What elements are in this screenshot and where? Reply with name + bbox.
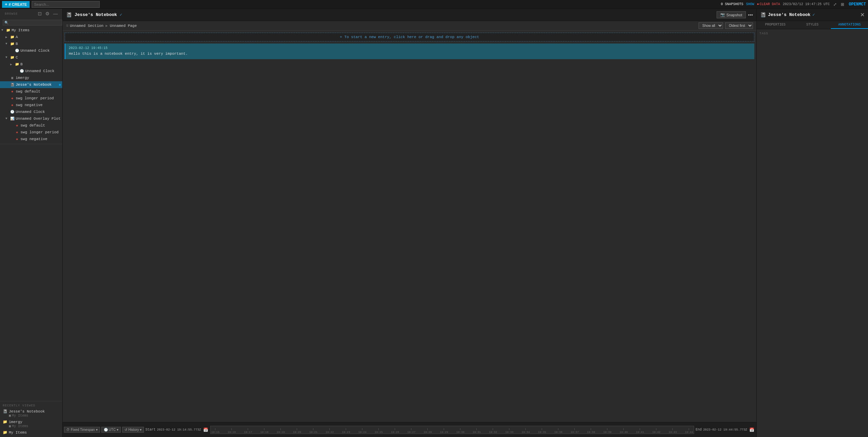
utc-btn[interactable]: 🕐 UTC ▾ <box>101 427 121 433</box>
tree-label: Jesse's Notebook <box>16 83 52 87</box>
tree-item-swg-default-1[interactable]: ◈ swg default <box>0 88 62 95</box>
rv-sub-label: My Items <box>12 424 28 428</box>
rp-tab-content: TAGS <box>757 29 868 437</box>
tick-1922: 19:22 <box>326 428 334 434</box>
toggle-icon: ▼ <box>5 56 9 59</box>
tick-1920: 19:20 <box>293 428 301 434</box>
tick-1940: 19:40 <box>620 428 628 434</box>
end-calendar-btn[interactable]: 📅 <box>749 427 755 433</box>
tick-1918: 19:18 <box>260 428 268 434</box>
rv-sub-label: My Items <box>12 414 28 418</box>
breadcrumb-page: Unnamed Page <box>110 24 137 28</box>
dropdown-icon: ▾ <box>140 428 142 432</box>
circle-icon: ● <box>757 2 759 6</box>
tree-item-b-sub[interactable]: ▶ 📁 B <box>0 61 62 68</box>
toggle-icon: ▼ <box>1 29 5 32</box>
rv-item-imergy[interactable]: 📁 imergy ▣ My Items <box>0 419 62 429</box>
tick-1938: 19:38 <box>587 428 595 434</box>
timeline-track[interactable]: 19:15 19:16 19:17 19:18 19:19 19:20 19:2… <box>210 426 694 434</box>
rp-title: Jesse's Notebook <box>768 12 810 17</box>
layout-btn[interactable]: ⊞ <box>840 1 845 7</box>
top-bar-right: 0 SNAPSHOTS SHOW ● CLEAR DATA 2023/02/12… <box>721 1 866 7</box>
tree-item-unnamed-clock-1[interactable]: 🕐 Unnamed Clock <box>0 47 62 54</box>
tree-label: My Items <box>12 28 30 32</box>
left-sidebar: BROWSE ⊡ ⚙ — ▼ 📁 My Items ▶ 📁 A <box>0 9 63 437</box>
recently-viewed-section: RECENTLY VIEWED 📓 Jesse's Notebook ▣ My … <box>0 401 62 437</box>
tree-item-unnamed-clock-3[interactable]: 🕐 Unnamed Clock <box>0 108 62 115</box>
tab-annotations-label: ANNOTATIONS <box>838 23 861 27</box>
start-label: Start <box>145 428 155 432</box>
new-entry-text: + To start a new entry, click here or dr… <box>340 35 479 39</box>
tree-item-jesses-notebook[interactable]: 📓 Jesse's Notebook ◉ <box>0 81 62 88</box>
tick-1936: 19:36 <box>554 428 562 434</box>
rv-item-my-items[interactable]: 📁 My Items <box>0 429 62 436</box>
openmct-logo: OPENMCT <box>849 2 866 7</box>
tree-item-swg-negative-1[interactable]: ◈ swg negative <box>0 102 62 108</box>
tick-1928: 19:28 <box>424 428 432 434</box>
start-calendar-btn[interactable]: 📅 <box>202 427 209 433</box>
tick-1934: 19:34 <box>522 428 530 434</box>
expand-btn[interactable]: ⤢ <box>833 1 837 7</box>
search-input[interactable] <box>32 1 100 8</box>
tree-item-my-items[interactable]: ▼ 📁 My Items <box>0 27 62 34</box>
overlay-icon: 📊 <box>10 116 15 121</box>
object-icon: 📓 <box>66 12 72 18</box>
rp-tabs: PROPERTIES STYLES ANNOTATIONS <box>757 21 868 29</box>
right-panel: 📓 Jesse's Notebook ✓ ✕ PROPERTIES STYLES… <box>756 9 868 437</box>
tree-label: swg negative <box>20 137 47 141</box>
show-all-select[interactable]: Show all <box>699 22 723 29</box>
oldest-first-select[interactable]: Oldest first <box>725 22 753 29</box>
tree-item-swg-longer-1[interactable]: ◈ swg longer period <box>0 95 62 102</box>
sidebar-expand-btn[interactable]: ⊡ <box>37 11 43 17</box>
snapshot-button[interactable]: 📷 Snapshot <box>717 11 746 18</box>
swg-icon: ◈ <box>10 89 15 94</box>
clock-icon: 🕐 <box>19 69 24 73</box>
tick-1929: 19:29 <box>440 428 448 434</box>
history-btn[interactable]: ↺ History ▾ <box>122 427 144 433</box>
dropdown-icon: ▾ <box>96 428 98 432</box>
tab-annotations[interactable]: ANNOTATIONS <box>831 21 868 29</box>
timespan-label: Fixed Timespan <box>71 428 95 432</box>
folder-flat-icon: ▣ <box>10 75 15 80</box>
tree-item-a[interactable]: ▶ 📁 A <box>0 34 62 40</box>
sidebar-search-input[interactable] <box>3 20 62 26</box>
object-header: 📓 Jesse's Notebook ✓ 📷 Snapshot ••• <box>63 9 756 21</box>
timeline-bar: ⏱ Fixed Timespan ▾ 🕐 UTC ▾ ↺ History ▾ S… <box>63 422 756 437</box>
snapshot-show-btn[interactable]: SHOW <box>746 2 754 6</box>
rp-close-btn[interactable]: ✕ <box>860 12 865 18</box>
rv-item-jesses-notebook[interactable]: 📓 Jesse's Notebook ▣ My Items <box>0 408 62 419</box>
utc-label: UTC <box>109 428 116 432</box>
right-panel-header: 📓 Jesse's Notebook ✓ ✕ <box>757 9 868 21</box>
tick-1921: 19:21 <box>309 428 317 434</box>
tree-item-unnamed-clock-2[interactable]: 🕐 Unnamed Clock <box>0 68 62 74</box>
folder-icon: 📁 <box>10 55 15 60</box>
tree-item-c[interactable]: ▼ 📁 C <box>0 54 62 61</box>
folder-icon: 📁 <box>10 41 15 46</box>
tick-1937: 19:37 <box>571 428 579 434</box>
tree-item-swg-longer-2[interactable]: ◈ swg longer period <box>0 129 62 136</box>
create-button[interactable]: + # CREATE <box>2 1 30 8</box>
more-options-btn[interactable]: ••• <box>748 12 753 18</box>
fixed-timespan-btn[interactable]: ⏱ Fixed Timespan ▾ <box>64 427 100 433</box>
toggle-icon: ▶ <box>5 35 9 39</box>
tree-item-imergy[interactable]: ▣ imergy <box>0 74 62 81</box>
tab-styles[interactable]: STYLES <box>794 21 831 29</box>
tree-item-b[interactable]: ▼ 📁 B <box>0 40 62 47</box>
tree-item-swg-negative-2[interactable]: ◈ swg negative <box>0 136 62 142</box>
tree-item-unnamed-overlay[interactable]: ▼ 📊 Unnamed Overlay Plot <box>0 115 62 122</box>
entry-text: Hello this is a notebook entry, it is ve… <box>69 51 751 56</box>
sidebar-controls: ⊡ ⚙ — <box>35 10 60 17</box>
tick-1927: 19:27 <box>407 428 415 434</box>
entry-timestamp: 2023-02-12 19:45:15 <box>69 46 751 50</box>
sidebar-collapse-btn[interactable]: — <box>52 11 59 17</box>
sidebar-settings-btn[interactable]: ⚙ <box>44 11 51 17</box>
folder-icon: 📁 <box>10 35 15 39</box>
tree-item-swg-default-2[interactable]: ◈ swg default <box>0 122 62 129</box>
tab-properties[interactable]: PROPERTIES <box>757 21 794 29</box>
swg-icon: ◈ <box>15 137 19 141</box>
breadcrumb-section: Unnamed Section <box>70 24 103 28</box>
new-entry-prompt[interactable]: + To start a new entry, click here or dr… <box>65 33 754 41</box>
tree-area: ▼ 📁 My Items ▶ 📁 A ▼ 📁 B 🕐 Unnamed Clock <box>0 27 62 401</box>
clear-data-btn[interactable]: CLEAR DATA <box>760 2 780 6</box>
clock-icon: 🕐 <box>15 48 19 53</box>
